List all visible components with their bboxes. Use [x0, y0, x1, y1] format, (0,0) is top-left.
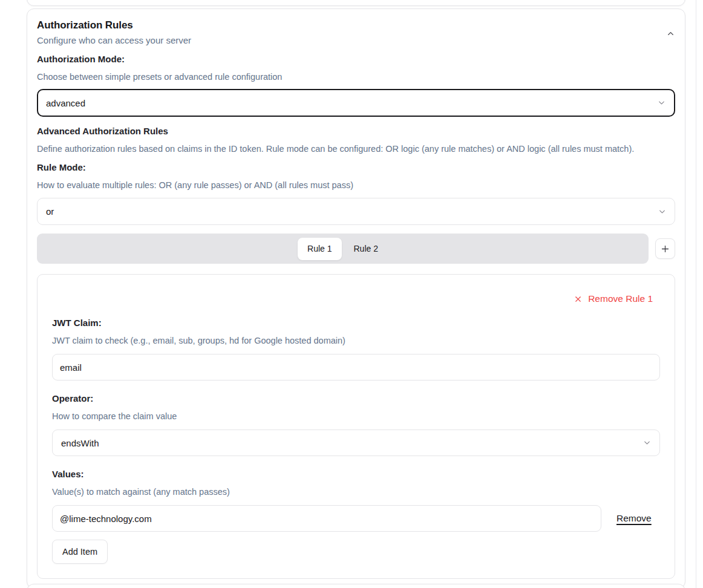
plus-icon [660, 244, 670, 254]
rule-mode-label: Rule Mode: [37, 162, 675, 174]
rule-1-card: Remove Rule 1 JWT Claim: JWT claim to ch… [37, 274, 675, 579]
section-subtitle: Configure who can access your server [37, 34, 675, 47]
authorization-rules-panel: Authorization Rules Configure who can ac… [27, 8, 685, 588]
previous-section-card-edge [27, 0, 685, 6]
operator-select[interactable]: endsWith [52, 430, 660, 456]
remove-rule-row: Remove Rule 1 [52, 293, 660, 305]
operator-label: Operator: [52, 393, 660, 405]
next-section-card-edge [27, 584, 685, 588]
authorization-mode-label: Authorization Mode: [37, 53, 675, 65]
advanced-rules-description: Define authorization rules based on clai… [37, 143, 675, 155]
remove-rule-button[interactable]: Remove Rule 1 [574, 293, 660, 305]
jwt-claim-input[interactable] [52, 354, 660, 381]
authorization-mode-description: Choose between simple presets or advance… [37, 71, 675, 83]
operator-value: endsWith [61, 438, 99, 448]
chevron-down-icon [658, 207, 667, 216]
authorization-mode-value: advanced [46, 98, 85, 108]
jwt-claim-label: JWT Claim: [52, 317, 660, 329]
tab-rule-2[interactable]: Rule 2 [344, 238, 388, 260]
rule-tabs-row: Rule 1 Rule 2 [37, 234, 675, 264]
x-icon [574, 295, 583, 304]
rule-mode-select[interactable]: or [37, 198, 675, 225]
jwt-claim-description: JWT claim to check (e.g., email, sub, gr… [52, 335, 660, 347]
rule-mode-description: How to evaluate multiple rules: OR (any … [37, 179, 675, 191]
chevron-down-icon [643, 439, 652, 448]
remove-value-item-link[interactable]: Remove [616, 513, 652, 524]
remove-rule-label: Remove Rule 1 [588, 293, 653, 305]
operator-description: How to compare the claim value [52, 410, 660, 422]
rule-mode-value: or [46, 206, 54, 217]
add-item-button[interactable]: Add Item [52, 540, 108, 564]
add-rule-button[interactable] [655, 238, 675, 259]
chevron-down-icon [657, 99, 666, 108]
section-title: Authorization Rules [37, 19, 675, 32]
content-right-divider [696, 0, 696, 588]
values-description: Value(s) to match against (any match pas… [52, 486, 660, 498]
authorization-mode-select[interactable]: advanced [37, 89, 675, 117]
advanced-rules-heading: Advanced Authorization Rules [37, 125, 675, 137]
rule-tabs: Rule 1 Rule 2 [37, 234, 649, 264]
chevron-up-icon [666, 29, 675, 38]
value-item-input[interactable] [52, 505, 601, 532]
collapse-section-button[interactable] [663, 26, 678, 41]
value-item-row: Remove [52, 505, 660, 532]
tab-rule-1[interactable]: Rule 1 [298, 238, 341, 260]
values-label: Values: [52, 468, 660, 480]
